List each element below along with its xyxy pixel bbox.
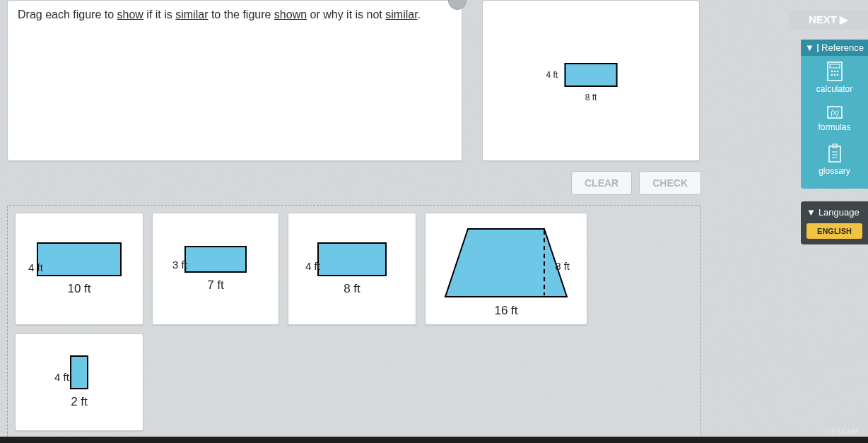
svg-point-7 <box>833 71 835 73</box>
next-button[interactable]: NEXT ▶ <box>789 10 868 30</box>
svg-point-6 <box>831 71 833 73</box>
card-5-shape <box>70 355 88 389</box>
glossary-tool[interactable]: glossary <box>801 138 868 182</box>
svg-text:(x): (x) <box>831 109 839 117</box>
card-3[interactable]: 4 ft 8 ft <box>288 213 416 325</box>
check-button[interactable]: CHECK <box>639 171 701 195</box>
svg-point-8 <box>836 71 838 73</box>
card-5[interactable]: 4 ft 2 ft <box>15 333 143 431</box>
formulas-tool[interactable]: (x) formulas <box>801 100 868 138</box>
svg-rect-2 <box>818 45 819 52</box>
clear-button[interactable]: CLEAR <box>571 171 632 195</box>
chevron-down-icon: ▼ <box>807 207 816 218</box>
language-panel: ▼ Language i ENGLISH <box>801 201 868 244</box>
link-show[interactable]: show <box>117 8 143 20</box>
calculator-tool[interactable]: calculator <box>801 56 868 100</box>
card-1-shape <box>37 242 122 276</box>
svg-rect-5 <box>830 64 840 68</box>
instruction-panel: Drag each figure to show if it is simila… <box>7 0 462 161</box>
instruction-text: Drag each figure to show if it is simila… <box>8 1 462 30</box>
drag-pool: 4 ft 10 ft 3 ft 7 ft 4 ft 8 ft 8 ft 16 f… <box>7 205 701 439</box>
language-english-chip[interactable]: ENGLISH <box>807 223 862 239</box>
chevron-down-icon: ▼ <box>805 42 814 53</box>
card-1[interactable]: 4 ft 10 ft <box>15 213 143 325</box>
card-4-shape <box>444 228 568 298</box>
reference-tools-panel: ▼ Reference calculator (x) formulas glos… <box>801 40 868 189</box>
taskbar <box>0 437 868 443</box>
formulas-icon: (x) <box>826 105 843 119</box>
svg-point-10 <box>833 74 835 76</box>
card-3-shape <box>317 242 387 276</box>
language-header[interactable]: ▼ Language i <box>807 207 862 218</box>
reference-panel: 4 ft 8 ft <box>482 0 700 161</box>
reference-header[interactable]: ▼ Reference <box>801 40 868 56</box>
card-2-shape <box>184 246 247 273</box>
ref-left-label: 4 ft <box>546 70 558 80</box>
book-icon <box>817 44 819 52</box>
card-2[interactable]: 3 ft 7 ft <box>152 213 279 325</box>
link-similar[interactable]: similar <box>175 8 208 20</box>
svg-point-11 <box>836 74 838 76</box>
svg-rect-14 <box>829 146 840 162</box>
clock: 10:33 AM <box>826 427 858 436</box>
calculator-icon <box>826 61 843 81</box>
svg-point-9 <box>831 74 833 76</box>
card-4[interactable]: 8 ft 16 ft <box>425 213 587 325</box>
ref-bottom-label: 8 ft <box>565 93 618 102</box>
glossary-icon <box>827 143 843 163</box>
svg-marker-0 <box>445 229 567 297</box>
link-similar-2[interactable]: similar <box>385 8 417 20</box>
reference-shape: 4 ft 8 ft <box>565 63 618 87</box>
link-shown[interactable]: shown <box>274 8 307 20</box>
